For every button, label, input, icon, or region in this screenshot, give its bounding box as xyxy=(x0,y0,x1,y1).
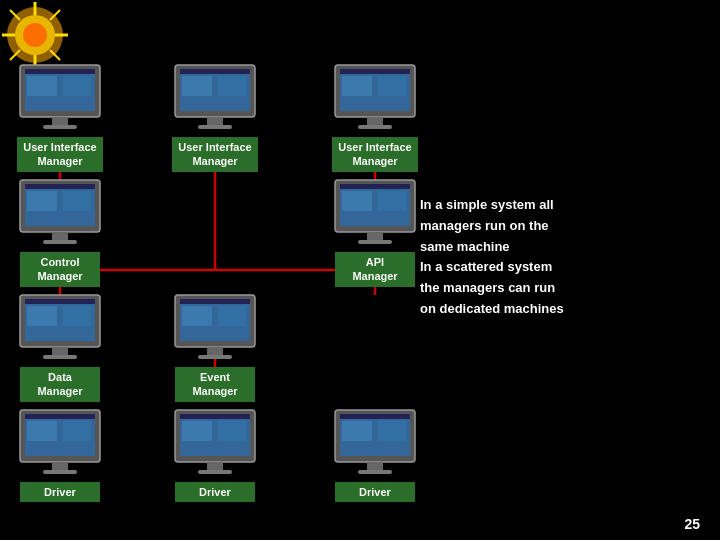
svg-rect-78 xyxy=(43,470,77,474)
svg-rect-25 xyxy=(25,69,95,74)
monitor-label: Control Manager xyxy=(20,252,100,287)
monitor-icon xyxy=(330,60,420,135)
svg-rect-42 xyxy=(367,117,383,125)
monitor-group-driver-right: Driver xyxy=(330,405,420,502)
monitor-label: User Interface Manager xyxy=(17,137,102,172)
svg-rect-53 xyxy=(340,184,410,189)
monitor-group-uim-top-left: User Interface Manager xyxy=(15,60,105,172)
monitor-icon xyxy=(330,405,420,480)
monitor-group-driver-left: Driver xyxy=(15,405,105,502)
svg-rect-34 xyxy=(218,76,246,96)
monitor-icon xyxy=(15,405,105,480)
monitor-label: User Interface Manager xyxy=(332,137,417,172)
svg-point-2 xyxy=(23,23,47,47)
svg-rect-28 xyxy=(52,117,68,125)
monitor-group-data-manager: Data Manager xyxy=(15,290,105,402)
monitor-icon xyxy=(15,290,105,365)
svg-rect-55 xyxy=(378,191,406,211)
svg-rect-67 xyxy=(180,299,250,304)
monitor-icon xyxy=(330,175,420,250)
svg-rect-40 xyxy=(342,76,372,96)
monitor-group-driver-mid: Driver xyxy=(170,405,260,502)
monitor-icon xyxy=(170,60,260,135)
description-text: In a simple system all managers run on t… xyxy=(420,195,564,320)
desc-line-5: the managers can run xyxy=(420,280,555,295)
svg-rect-74 xyxy=(25,414,95,419)
svg-rect-49 xyxy=(52,232,68,240)
svg-rect-68 xyxy=(182,306,212,326)
monitor-label: Driver xyxy=(175,482,255,502)
monitor-label: User Interface Manager xyxy=(172,137,257,172)
svg-rect-29 xyxy=(43,125,77,129)
svg-rect-85 xyxy=(198,470,232,474)
desc-line-3: same machine xyxy=(420,239,510,254)
svg-rect-89 xyxy=(342,421,372,441)
desc-line-6: on dedicated machines xyxy=(420,301,564,316)
svg-rect-63 xyxy=(52,347,68,355)
monitor-label: Driver xyxy=(335,482,415,502)
svg-rect-56 xyxy=(367,232,383,240)
svg-rect-43 xyxy=(358,125,392,129)
svg-rect-26 xyxy=(27,76,57,96)
desc-line-2: managers run on the xyxy=(420,218,549,233)
monitor-icon xyxy=(170,405,260,480)
monitor-label: Driver xyxy=(20,482,100,502)
svg-rect-32 xyxy=(180,69,250,74)
svg-rect-71 xyxy=(198,355,232,359)
svg-rect-82 xyxy=(182,421,212,441)
svg-rect-41 xyxy=(378,76,406,96)
svg-rect-27 xyxy=(63,76,91,96)
svg-rect-76 xyxy=(63,421,91,441)
monitor-group-uim-top-right: User Interface Manager xyxy=(330,60,420,172)
svg-rect-69 xyxy=(218,306,246,326)
slide: User Interface Manager User Interface Ma… xyxy=(0,0,720,540)
svg-rect-35 xyxy=(207,117,223,125)
svg-rect-61 xyxy=(27,306,57,326)
monitor-label: Data Manager xyxy=(20,367,100,402)
svg-rect-91 xyxy=(367,462,383,470)
svg-rect-92 xyxy=(358,470,392,474)
monitor-group-control-manager: Control Manager xyxy=(15,175,105,287)
svg-rect-90 xyxy=(378,421,406,441)
svg-rect-50 xyxy=(43,240,77,244)
desc-line-1: In a simple system all xyxy=(420,197,554,212)
svg-rect-60 xyxy=(25,299,95,304)
svg-rect-77 xyxy=(52,462,68,470)
svg-rect-88 xyxy=(340,414,410,419)
svg-rect-64 xyxy=(43,355,77,359)
svg-rect-54 xyxy=(342,191,372,211)
svg-rect-46 xyxy=(25,184,95,189)
monitor-icon xyxy=(15,175,105,250)
svg-rect-39 xyxy=(340,69,410,74)
monitor-group-uim-top-mid: User Interface Manager xyxy=(170,60,260,172)
monitor-group-event-manager: Event Manager xyxy=(170,290,260,402)
monitor-label: API Manager xyxy=(335,252,415,287)
desc-line-4: In a scattered system xyxy=(420,259,552,274)
svg-rect-83 xyxy=(218,421,246,441)
monitor-icon xyxy=(15,60,105,135)
svg-rect-81 xyxy=(180,414,250,419)
page-number: 25 xyxy=(684,516,700,532)
svg-rect-47 xyxy=(27,191,57,211)
svg-rect-36 xyxy=(198,125,232,129)
svg-rect-84 xyxy=(207,462,223,470)
monitor-icon xyxy=(170,290,260,365)
svg-rect-75 xyxy=(27,421,57,441)
monitor-group-api-manager: API Manager xyxy=(330,175,420,287)
monitor-label: Event Manager xyxy=(175,367,255,402)
svg-rect-48 xyxy=(63,191,91,211)
svg-rect-57 xyxy=(358,240,392,244)
svg-rect-70 xyxy=(207,347,223,355)
svg-rect-33 xyxy=(182,76,212,96)
svg-rect-62 xyxy=(63,306,91,326)
